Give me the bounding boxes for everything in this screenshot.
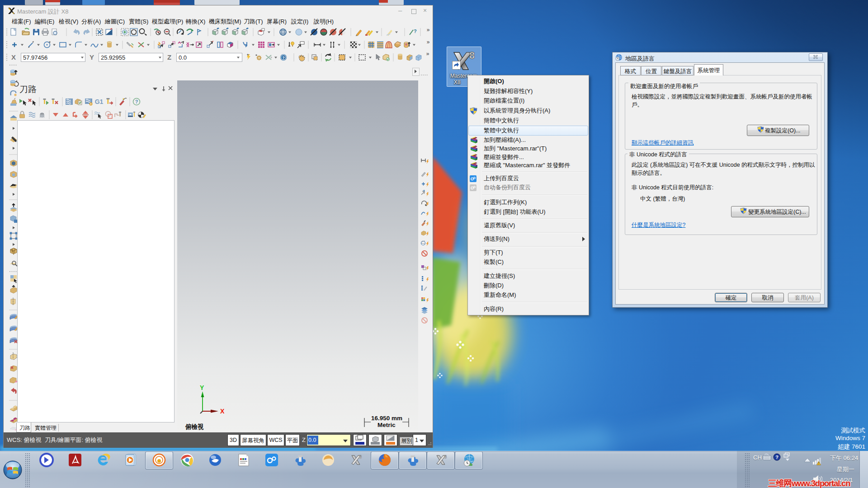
svg-text:?: ?	[414, 28, 417, 34]
svg-text:»: »	[427, 27, 430, 33]
svg-text:?: ?	[135, 99, 138, 104]
svg-text:X: X	[220, 408, 225, 415]
svg-text:»: »	[427, 39, 430, 45]
svg-text:8: 8	[444, 454, 447, 460]
svg-text:G1: G1	[95, 98, 104, 105]
svg-text:8: 8	[469, 50, 475, 61]
svg-text:?: ?	[775, 455, 778, 460]
svg-text:8: 8	[359, 454, 362, 460]
svg-text:Y: Y	[200, 384, 204, 391]
svg-text:!: !	[818, 462, 819, 465]
